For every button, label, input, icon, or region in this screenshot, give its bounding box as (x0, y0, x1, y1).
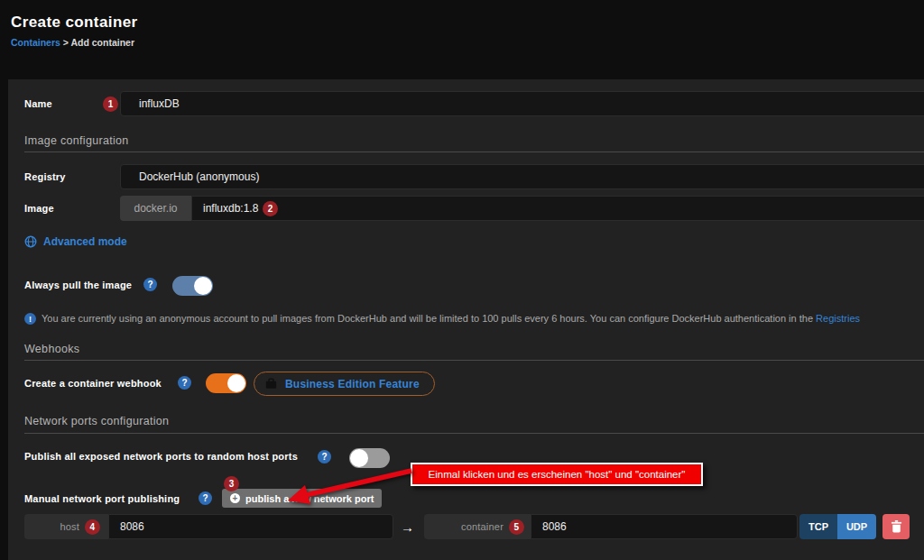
host-port-input[interactable] (108, 514, 393, 539)
name-label: Name (24, 98, 52, 109)
section-network-ports: Network ports configuration (24, 415, 169, 427)
plus-circle-icon: + (230, 493, 240, 503)
business-edition-badge[interactable]: Business Edition Feature (254, 372, 435, 396)
container-port-input[interactable] (531, 514, 798, 539)
breadcrumb-current: Add container (70, 37, 134, 48)
always-pull-label: Always pull the image (24, 280, 132, 290)
port-mapping-arrow-icon: → (401, 519, 414, 535)
host-port-label-box: host 4 (24, 514, 108, 539)
toggle-knob (227, 374, 245, 392)
breadcrumb-containers-link[interactable]: Containers (11, 37, 60, 48)
globe-icon (24, 235, 37, 248)
annotation-badge-2: 2 (263, 201, 278, 216)
udp-button[interactable]: UDP (837, 514, 876, 539)
section-image-configuration: Image configuration (24, 134, 129, 147)
container-label: container (461, 521, 504, 532)
annotation-badge-1: 1 (103, 96, 118, 112)
section-divider (24, 151, 924, 152)
create-webhook-toggle[interactable] (206, 373, 246, 393)
annotation-callout: Einmal klicken und es erscheinen "host" … (411, 463, 703, 486)
rate-limit-notice: You are currently using an anonymous acc… (42, 313, 924, 324)
name-input[interactable] (120, 91, 924, 116)
create-webhook-help-icon[interactable]: ? (178, 376, 191, 390)
annotation-badge-5: 5 (509, 519, 524, 535)
breadcrumb: Containers > Add container (11, 37, 134, 48)
host-label: host (60, 521, 79, 532)
image-label: Image (24, 203, 54, 214)
trash-icon (891, 520, 902, 533)
info-icon: ! (24, 313, 36, 325)
tcp-button[interactable]: TCP (799, 514, 837, 539)
annotation-badge-4: 4 (85, 519, 100, 535)
toggle-knob (194, 277, 212, 295)
rate-limit-text: You are currently using an anonymous acc… (42, 313, 816, 324)
registry-label: Registry (24, 171, 66, 182)
registries-link[interactable]: Registries (816, 313, 860, 324)
always-pull-help-icon[interactable]: ? (143, 278, 157, 291)
section-webhooks: Webhooks (24, 343, 79, 355)
manual-publishing-label: Manual network port publishing (24, 493, 180, 504)
remove-port-button[interactable] (882, 514, 910, 539)
annotation-badge-3: 3 (224, 476, 239, 491)
annotation-arrow (275, 462, 429, 516)
briefcase-icon (265, 378, 277, 390)
business-edition-label: Business Edition Feature (285, 378, 420, 390)
create-container-page: Create container Containers > Add contai… (0, 0, 924, 560)
section-divider (24, 360, 924, 361)
create-webhook-label: Create a container webhook (24, 378, 162, 389)
manual-publishing-help-icon[interactable]: ? (199, 491, 212, 505)
breadcrumb-separator: > (63, 37, 69, 48)
image-registry-prefix: docker.io (120, 196, 191, 221)
always-pull-toggle[interactable] (172, 276, 213, 296)
registry-select[interactable] (120, 164, 924, 189)
advanced-mode-label: Advanced mode (43, 235, 127, 248)
container-port-label-box: container 5 (424, 514, 531, 539)
advanced-mode-link[interactable]: Advanced mode (24, 235, 127, 248)
section-divider (24, 433, 924, 434)
image-input[interactable] (191, 196, 924, 221)
publish-all-label: Publish all exposed network ports to ran… (24, 451, 298, 462)
page-title: Create container (11, 14, 138, 32)
